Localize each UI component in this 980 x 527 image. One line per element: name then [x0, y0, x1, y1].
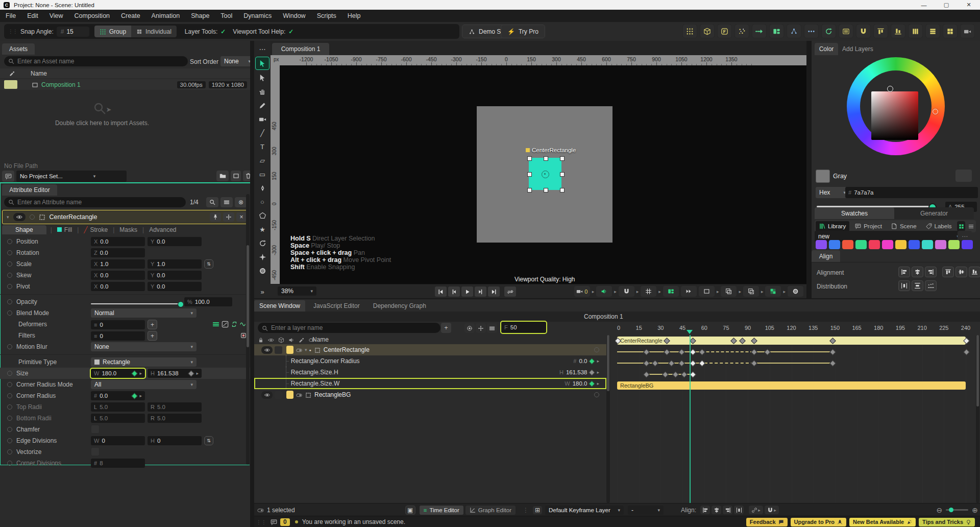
arc-rotate-button[interactable]: [821, 24, 836, 38]
attr-circle[interactable]: [7, 382, 12, 387]
status-button-upgrade-to-pro[interactable]: Upgrade to Pro: [791, 518, 846, 526]
keyframe-diamond[interactable]: [690, 360, 697, 367]
step-forward-button[interactable]: [475, 286, 486, 297]
skip-start-button[interactable]: [435, 286, 447, 297]
attr-checkbox-vectorize[interactable]: [91, 447, 100, 456]
attr-tab-masks[interactable]: Masks: [118, 225, 138, 234]
layer-color-swatch[interactable]: [286, 346, 293, 354]
timeline-zoom-slider[interactable]: [946, 509, 968, 511]
link-toggle[interactable]: ⇅: [204, 259, 213, 269]
keyframe-diamond[interactable]: [664, 349, 670, 355]
current-frame-input[interactable]: F50: [501, 322, 546, 333]
graph-editor-button[interactable]: Graph Editor: [465, 506, 516, 515]
column-box-button[interactable]: [839, 24, 853, 38]
asset-search-input[interactable]: Enter an Asset name: [4, 56, 188, 66]
lock-column-icon[interactable]: [258, 336, 266, 343]
hex-input[interactable]: #7a7a7a: [845, 187, 978, 198]
skip-frames-button[interactable]: [681, 286, 697, 297]
hue-indicator[interactable]: [933, 109, 938, 114]
align-center-h-button[interactable]: [912, 267, 923, 277]
attr-field-skew-y[interactable]: Y0.0: [148, 271, 202, 280]
selection-handle[interactable]: [560, 172, 565, 177]
drag-grip-icon[interactable]: ⋮⋮: [8, 29, 17, 34]
grid-dots-button[interactable]: [682, 24, 697, 38]
curve-box-button[interactable]: [222, 320, 229, 328]
attr-circle[interactable]: [7, 404, 12, 410]
rows-button[interactable]: [925, 24, 940, 38]
selection-handle[interactable]: [560, 188, 565, 193]
play-button[interactable]: [461, 286, 473, 297]
toggle-icon[interactable]: [296, 346, 302, 353]
expand-tool[interactable]: »: [256, 285, 269, 298]
layer-search-input[interactable]: Enter a layer name: [258, 323, 440, 333]
tab-add-layers[interactable]: Add Layers: [842, 45, 873, 53]
color-chip[interactable]: [895, 240, 906, 249]
more-dots-tool[interactable]: ⋯: [256, 43, 269, 55]
list-green-button[interactable]: [212, 320, 219, 328]
render-toggle[interactable]: [275, 391, 282, 399]
bottom-tab-dependency-graph[interactable]: Dependency Graph: [368, 300, 431, 312]
footer-align-center-button[interactable]: [712, 506, 721, 514]
layer-row-rectangle-corner-radius[interactable]: ┈ Rectangle.Corner Radius # 0.0 ▸: [254, 355, 606, 367]
source-library[interactable]: Library: [816, 221, 849, 231]
group-mode-button[interactable]: Group: [94, 26, 131, 37]
keyframe-diamond[interactable]: [672, 371, 679, 378]
timeline-ruler[interactable]: 0153045607590105120135150165180195210225…: [615, 322, 976, 335]
link-toggle[interactable]: ⇅: [204, 436, 213, 445]
zoom-out-icon[interactable]: ⊖: [937, 506, 943, 514]
attr-dropdown-motion-blur[interactable]: None▾: [91, 342, 197, 351]
project-dropdown[interactable]: No Project Set...▾: [16, 171, 127, 182]
viewport-tool-help-check-icon[interactable]: ✓: [288, 28, 293, 35]
attr-dropdown-blend-mode[interactable]: Normal▾: [91, 308, 197, 318]
attribute-layer-header[interactable]: ▾ CenterRectangle ×: [2, 210, 249, 224]
keyframe-layer-dropdown[interactable]: Default Keyframe Layer▾: [545, 506, 624, 515]
layer-row-centerrectangle[interactable]: ▾● CenterRectangle: [254, 344, 606, 355]
bottom-tab-scene-window[interactable]: Scene Window: [254, 300, 305, 312]
sv-indicator[interactable]: [887, 86, 893, 92]
cube-button[interactable]: [700, 24, 715, 38]
color-mode-dropdown[interactable]: Hex▾: [816, 187, 849, 198]
add-deformers-button[interactable]: +: [148, 320, 157, 329]
timeline-scrollbar[interactable]: [976, 335, 979, 503]
attr-circle[interactable]: [7, 239, 12, 244]
attr-tab-shape[interactable]: Shape: [2, 225, 46, 234]
attr-tab-stroke[interactable]: ╱Stroke: [83, 225, 109, 234]
render-camera-button[interactable]: [960, 24, 975, 38]
menu-item-file[interactable]: File: [0, 12, 21, 19]
footer-align-edges-button[interactable]: [734, 506, 744, 514]
panel-divider[interactable]: [250, 41, 254, 527]
frame-bounds-button[interactable]: [699, 286, 715, 297]
attr-field-bottom-radii-r[interactable]: R5.0: [148, 414, 202, 423]
nudge-keys-button[interactable]: [476, 323, 486, 333]
attr-field-pivot-y[interactable]: Y0.0: [148, 282, 202, 291]
magnet-tool-button[interactable]: [856, 24, 871, 38]
layer-row-rectangle-size-w[interactable]: ┈ Rectangle.Size.W W 180.0 ▸: [254, 378, 606, 389]
attribute-scrollbar[interactable]: [246, 194, 250, 465]
new-comp-button[interactable]: [231, 171, 241, 181]
frame-display-button[interactable]: [487, 323, 497, 333]
skip-end-button[interactable]: [488, 286, 500, 297]
expand-arrow-icon[interactable]: ▸: [783, 289, 786, 294]
attr-circle[interactable]: [7, 273, 12, 278]
selection-handle[interactable]: [527, 188, 532, 193]
attr-circle[interactable]: [7, 344, 12, 349]
attr-field-skew-x[interactable]: X0.0: [91, 271, 145, 280]
keyframe-diamond[interactable]: [644, 360, 650, 367]
asset-color-swatch[interactable]: [4, 80, 17, 89]
keyframe-diamond[interactable]: [644, 371, 650, 378]
snap-magnet-button[interactable]: [619, 286, 634, 297]
selection-handle[interactable]: [527, 172, 532, 177]
panel-divider-right[interactable]: [806, 41, 812, 299]
individual-mode-button[interactable]: Individual: [131, 26, 177, 37]
color-chip[interactable]: [948, 240, 960, 249]
expand-arrow-icon[interactable]: ▸: [614, 289, 617, 294]
open-folder-button[interactable]: [216, 171, 229, 181]
opacity-slider[interactable]: [91, 303, 182, 304]
attr-field-edge-divisions-w[interactable]: W0: [91, 436, 145, 445]
close-button[interactable]: ✕: [958, 0, 980, 10]
menu-item-composition[interactable]: Composition: [69, 12, 115, 19]
rotate-tool[interactable]: [256, 237, 269, 249]
attr-count-filters[interactable]: ≡0: [91, 331, 145, 341]
add-layer-button[interactable]: +: [441, 323, 451, 333]
console-count-badge[interactable]: 0: [280, 518, 290, 526]
